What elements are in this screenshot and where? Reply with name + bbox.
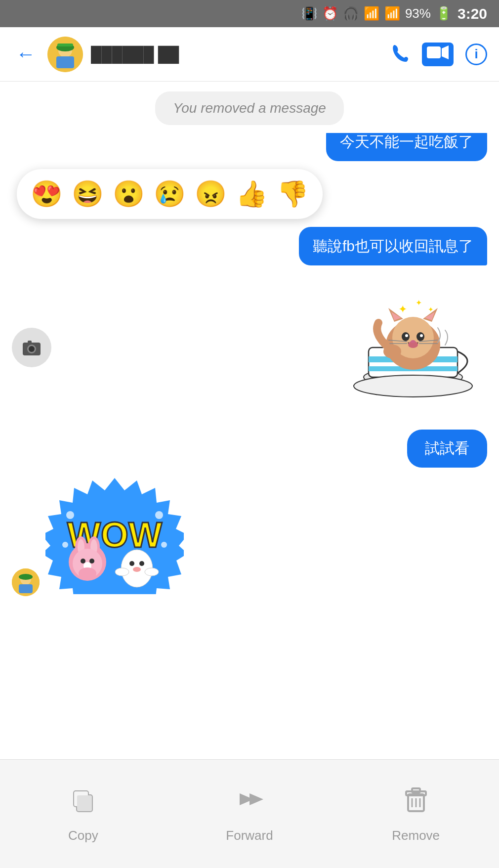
svg-point-59: [129, 561, 134, 566]
camera-icon: [22, 338, 42, 357]
svg-rect-2: [56, 56, 74, 68]
contact-name[interactable]: ██████ ██: [91, 46, 382, 63]
wow-sticker: WOW: [45, 476, 184, 596]
phone-frame: 📳 ⏰ 🎧 📶 📶 93% 🔋 3:20 ← ██████ ██: [0, 0, 499, 868]
status-time: 3:20: [457, 5, 487, 22]
svg-marker-69: [250, 793, 263, 805]
bottom-action-bar: Copy Forward: [0, 759, 499, 868]
emoji-laugh[interactable]: 😆: [72, 179, 104, 209]
forward-svg: [235, 784, 264, 814]
wow-sticker-svg: WOW: [45, 476, 184, 594]
battery-percent: 93%: [405, 6, 431, 21]
svg-rect-38: [19, 584, 33, 593]
sticker-row: ✦ ✦ ✦: [12, 278, 487, 417]
svg-point-25: [420, 334, 423, 337]
remove-label: Remove: [392, 828, 440, 843]
try-message: 試試看: [407, 430, 487, 468]
svg-point-62: [115, 568, 129, 576]
cat-cup-svg: ✦ ✦ ✦: [339, 278, 487, 417]
svg-point-24: [405, 334, 408, 337]
copy-label: Copy: [68, 828, 98, 843]
wifi-icon: 📶: [384, 6, 400, 21]
try-bubble: 試試看: [407, 430, 487, 468]
copy-icon: [68, 784, 98, 821]
emoji-love[interactable]: 😍: [31, 179, 63, 209]
camera-button[interactable]: [12, 328, 51, 367]
svg-point-55: [89, 559, 94, 564]
status-icons: 📳 ⏰ 🎧 📶 📶 93% 🔋: [301, 6, 452, 21]
emoji-sad[interactable]: 😢: [154, 179, 186, 209]
partial-bubble-text: 今天不能一起吃飯了: [326, 133, 487, 161]
sender-avatar-img: [12, 568, 40, 596]
svg-point-42: [66, 511, 74, 519]
emoji-reaction-bar[interactable]: 😍 😆 😮 😢 😠 👍 👎: [17, 169, 323, 219]
svg-text:✦: ✦: [398, 303, 407, 315]
svg-point-9: [29, 346, 35, 352]
svg-point-45: [161, 542, 167, 548]
video-button[interactable]: [422, 43, 454, 66]
svg-text:✦: ✦: [416, 299, 422, 307]
remove-svg: [401, 784, 431, 814]
svg-rect-5: [427, 46, 441, 58]
remove-action[interactable]: Remove: [333, 784, 499, 843]
svg-rect-10: [28, 341, 32, 344]
copy-svg: [68, 784, 98, 814]
forward-label: Forward: [226, 828, 273, 843]
removed-message-wrapper: You removed a message: [155, 91, 344, 125]
svg-point-54: [81, 559, 85, 564]
info-icon: i: [474, 46, 478, 62]
incoming-sticker-row: WOW: [12, 476, 184, 596]
video-icon: [427, 44, 449, 60]
nav-actions: i: [390, 42, 487, 66]
forward-icon: [235, 784, 264, 821]
emoji-thumbsdown[interactable]: 👎: [277, 179, 309, 209]
outgoing-msg-1: 聽說fb也可以收回訊息了: [299, 227, 487, 265]
svg-marker-6: [442, 45, 449, 59]
svg-point-60: [139, 561, 144, 566]
info-button[interactable]: i: [465, 43, 487, 65]
emoji-wow[interactable]: 😮: [113, 179, 145, 209]
avatar: [47, 37, 83, 72]
forward-action[interactable]: Forward: [166, 784, 333, 843]
sender-avatar: [12, 568, 40, 596]
svg-point-15: [354, 375, 472, 397]
svg-point-57: [79, 567, 96, 579]
nav-bar: ← ██████ ██: [0, 27, 499, 82]
svg-point-63: [145, 568, 159, 576]
signal-icon: 📶: [364, 6, 379, 21]
svg-point-43: [155, 511, 163, 519]
emoji-thumbsup[interactable]: 👍: [236, 179, 268, 209]
bubble-text-1: 聽說fb也可以收回訊息了: [299, 227, 487, 265]
cat-cup-sticker: ✦ ✦ ✦: [339, 278, 487, 417]
svg-rect-4: [57, 43, 73, 46]
avatar-image: [47, 37, 83, 72]
status-bar: 📳 ⏰ 🎧 📶 📶 93% 🔋 3:20: [0, 0, 499, 27]
call-button[interactable]: [390, 42, 410, 66]
vibrate-icon: 📳: [301, 6, 317, 21]
svg-point-61: [133, 567, 141, 572]
chat-area[interactable]: You removed a message 今天不能一起吃飯了 😍 😆 😮 😢 …: [0, 82, 499, 759]
battery-icon: 🔋: [436, 6, 452, 21]
phone-icon: [390, 42, 410, 62]
copy-action[interactable]: Copy: [0, 784, 166, 843]
emoji-angry[interactable]: 😠: [195, 179, 227, 209]
headphone-icon: 🎧: [343, 6, 359, 21]
svg-point-27: [411, 340, 416, 343]
svg-text:✦: ✦: [428, 305, 434, 313]
remove-icon: [401, 784, 431, 821]
back-button[interactable]: ←: [12, 39, 40, 69]
partial-message: 今天不能一起吃飯了: [326, 133, 487, 161]
removed-message: You removed a message: [155, 91, 344, 125]
svg-point-44: [62, 542, 68, 548]
svg-rect-67: [77, 795, 92, 811]
alarm-icon: ⏰: [322, 6, 338, 21]
svg-point-39: [19, 574, 33, 580]
